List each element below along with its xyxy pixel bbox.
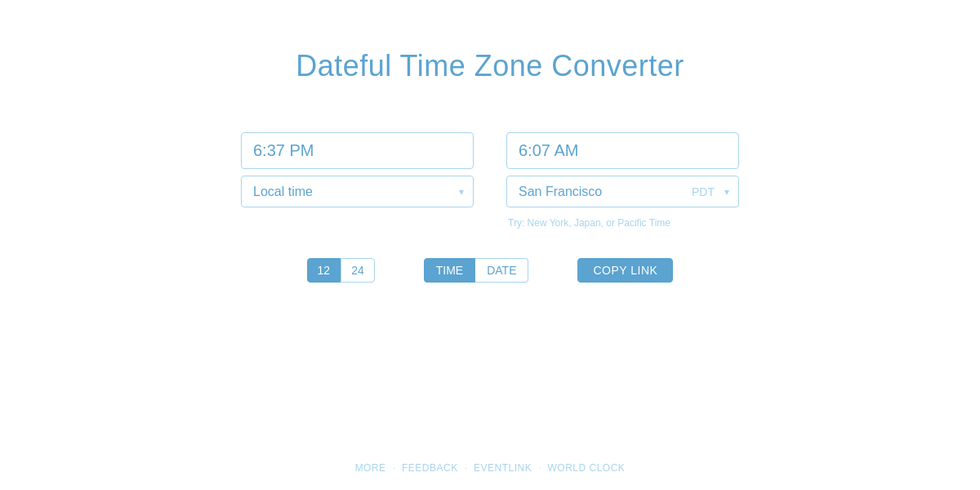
left-time-input[interactable]: [241, 132, 474, 169]
footer: MORE · FEEDBACK · EVENTLINK · WORLD CLOC…: [355, 462, 626, 474]
right-time-input[interactable]: [506, 132, 739, 169]
hour24-button[interactable]: 24: [341, 258, 375, 283]
timezone-hint: Try: New York, Japan, or Pacific Time: [506, 217, 739, 229]
eventlink-link[interactable]: EVENTLINK: [474, 462, 532, 474]
hour12-button[interactable]: 12: [307, 258, 341, 283]
footer-dot-1: ·: [393, 462, 395, 474]
time-button[interactable]: TIME: [424, 258, 475, 283]
hour-format-toggle: 12 24: [307, 258, 375, 283]
page-title: Dateful Time Zone Converter: [296, 49, 684, 83]
copy-link-button[interactable]: COPY LINK: [577, 258, 673, 283]
footer-dot-2: ·: [465, 462, 467, 474]
more-link[interactable]: MORE: [355, 462, 386, 474]
world-clock-link[interactable]: WORLD CLOCK: [548, 462, 626, 474]
feedback-link[interactable]: FEEDBACK: [402, 462, 458, 474]
time-date-toggle: TIME DATE: [424, 258, 529, 283]
right-timezone-select[interactable]: San Francisco New York London Tokyo Sydn…: [506, 176, 739, 207]
date-button[interactable]: DATE: [475, 258, 528, 283]
converter-divider: [474, 132, 506, 173]
left-timezone-select[interactable]: Local time UTC New York London Tokyo Syd…: [241, 176, 474, 207]
footer-dot-3: ·: [538, 462, 541, 474]
